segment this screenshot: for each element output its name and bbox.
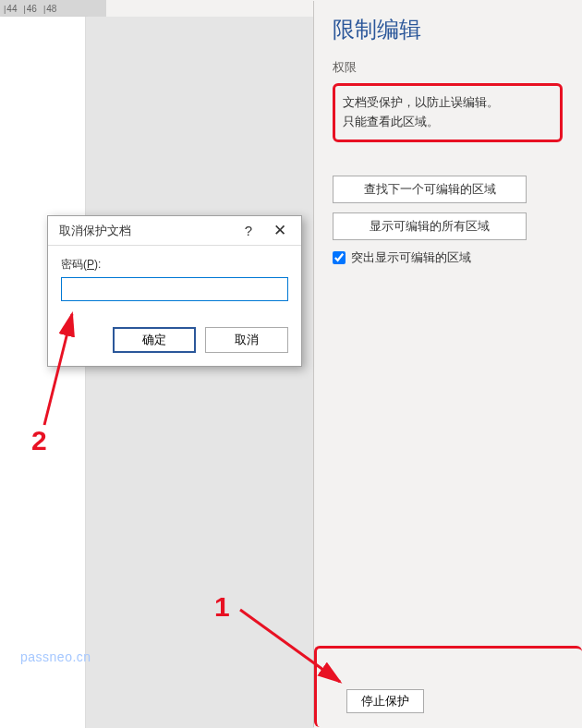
highlight-editable-row: 突出显示可编辑的区域 bbox=[333, 249, 563, 266]
stop-protection-highlight: 停止保护 bbox=[314, 646, 582, 727]
document-background bbox=[86, 17, 314, 728]
ok-button[interactable]: 确定 bbox=[113, 327, 196, 353]
help-icon[interactable]: ? bbox=[233, 219, 264, 243]
ruler-mark: 48 bbox=[43, 4, 56, 14]
highlight-editable-checkbox[interactable] bbox=[333, 251, 346, 264]
protection-notice-line1: 文档受保护，以防止误编辑。 bbox=[343, 93, 552, 113]
stop-protection-button[interactable]: 停止保护 bbox=[346, 689, 424, 713]
show-all-editable-button[interactable]: 显示可编辑的所有区域 bbox=[333, 212, 527, 240]
restrict-editing-panel: 限制编辑 权限 文档受保护，以防止误编辑。 只能查看此区域。 查找下一个可编辑的… bbox=[314, 1, 581, 727]
panel-subtitle: 权限 bbox=[333, 59, 563, 76]
dialog-titlebar[interactable]: 取消保护文档 ? ✕ bbox=[48, 216, 301, 246]
password-label: 密码(P): bbox=[61, 257, 288, 273]
password-input[interactable] bbox=[61, 277, 288, 301]
highlight-editable-label: 突出显示可编辑的区域 bbox=[351, 249, 471, 266]
close-icon[interactable]: ✕ bbox=[264, 219, 296, 243]
unprotect-document-dialog: 取消保护文档 ? ✕ 密码(P): 确定 取消 bbox=[47, 215, 302, 367]
protection-notice-highlight: 文档受保护，以防止误编辑。 只能查看此区域。 bbox=[333, 83, 563, 142]
ruler-mark: 46 bbox=[23, 4, 36, 14]
dialog-title: 取消保护文档 bbox=[59, 223, 233, 239]
watermark: passneo.cn bbox=[20, 649, 91, 664]
panel-title: 限制编辑 bbox=[333, 15, 563, 44]
cancel-button[interactable]: 取消 bbox=[205, 327, 288, 353]
protection-notice-line2: 只能查看此区域。 bbox=[343, 113, 552, 132]
dialog-buttons: 确定 取消 bbox=[61, 327, 288, 353]
find-next-editable-button[interactable]: 查找下一个可编辑的区域 bbox=[333, 176, 527, 203]
ruler-mark: 44 bbox=[4, 4, 17, 14]
document-page[interactable] bbox=[0, 17, 86, 728]
dialog-body: 密码(P): 确定 取消 bbox=[48, 246, 301, 366]
ruler: 44 46 48 bbox=[0, 0, 106, 17]
